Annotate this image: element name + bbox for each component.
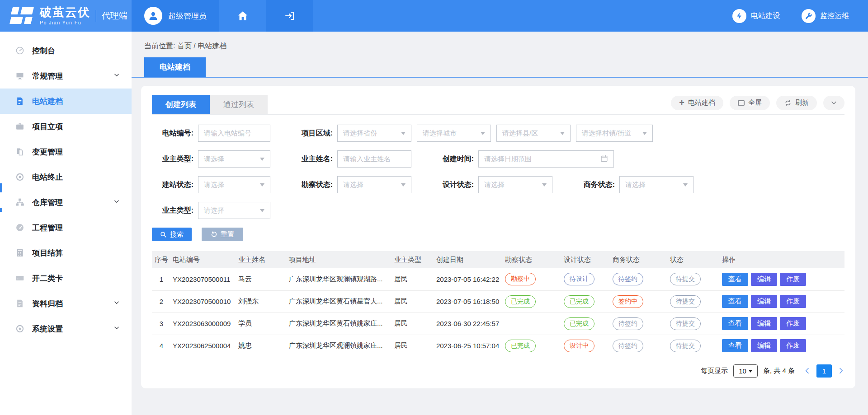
sidebar-item-warehouse-mgmt[interactable]: 仓库管理 (0, 190, 132, 215)
view-button[interactable]: 查看 (722, 339, 748, 352)
region-label: 项目区域: (291, 129, 333, 138)
design-status-select[interactable]: 请选择 (478, 176, 552, 193)
col-station-id: 电站编号 (171, 251, 236, 268)
home-button[interactable] (219, 0, 266, 32)
owner-type-select[interactable]: 请选择 (198, 150, 270, 168)
view-button[interactable]: 查看 (722, 317, 748, 330)
survey-status-select[interactable]: 请选择 (337, 176, 411, 193)
sidebar-item-label: 电站终止 (32, 172, 63, 182)
briefcase-icon (15, 122, 24, 131)
station-no-placeholder: 请输入电站编号 (204, 129, 251, 138)
logout-button[interactable] (266, 0, 313, 32)
total-count-label: 条, 共 4 条 (763, 367, 795, 375)
col-actions: 操作 (720, 251, 844, 268)
edit-button[interactable]: 编辑 (751, 273, 777, 286)
add-station-button[interactable]: + 电站建档 (671, 96, 723, 110)
design-status-label: 设计状态: (432, 180, 474, 190)
next-page-button[interactable] (837, 367, 844, 374)
view-button[interactable]: 查看 (722, 295, 748, 308)
breadcrumb-path[interactable]: 首页 / 电站建档 (177, 42, 226, 50)
station-id: YX2023062500004 (171, 335, 236, 357)
edit-button[interactable]: 编辑 (751, 295, 777, 308)
col-status: 状态 (668, 251, 720, 268)
sidebar-item-label: 仓库管理 (32, 197, 63, 208)
sidebar-item-console[interactable]: 控制台 (0, 38, 132, 63)
user-menu[interactable]: 超级管理员 (132, 0, 219, 32)
sidebar-item-label: 开二类卡 (32, 273, 63, 284)
void-button[interactable]: 作废 (780, 273, 806, 286)
design-status-badge: 设计中 (564, 340, 594, 352)
sidebar-item-project-init[interactable]: 项目立项 (0, 114, 132, 139)
county-select[interactable]: 请选择县/区 (496, 125, 571, 142)
caret-down-icon (481, 132, 485, 137)
prev-page-button[interactable] (804, 367, 811, 374)
chevron-down-icon (113, 325, 120, 333)
sidebar-item-station-filing[interactable]: 电站建档 (0, 89, 132, 114)
sidebar-item-type2-card[interactable]: 开二类卡 (0, 266, 132, 291)
sidebar-item-label: 常规管理 (32, 71, 63, 81)
tab-passed-list[interactable]: 通过列表 (210, 95, 268, 114)
void-button[interactable]: 作废 (780, 339, 806, 352)
city-select[interactable]: 请选择城市 (417, 125, 491, 142)
province-select[interactable]: 请选择省份 (337, 125, 411, 142)
village-select[interactable]: 请选择村镇/街道 (576, 125, 653, 142)
page-number-button[interactable]: 1 (816, 364, 832, 378)
search-button[interactable]: 搜索 (152, 228, 192, 241)
owner-type2-select[interactable]: 请选择 (198, 202, 270, 219)
sidebar-item-project-settlement[interactable]: 项目结算 (0, 240, 132, 266)
edit-button[interactable]: 编辑 (751, 317, 777, 330)
status-badge: 待提交 (670, 340, 701, 352)
caret-down-icon (542, 183, 547, 189)
build-status-select[interactable]: 请选择 (198, 176, 270, 193)
page-tabbar: 电站建档 (132, 57, 868, 78)
owner-name: 刘强东 (236, 290, 287, 312)
calculator-icon (15, 248, 24, 257)
caret-down-icon (642, 132, 647, 137)
view-button[interactable]: 查看 (722, 273, 748, 286)
nav-station-build[interactable]: 电站建设 (732, 9, 780, 23)
fullscreen-button[interactable]: 全屏 (730, 96, 770, 110)
sidebar-scrollbar[interactable] (0, 183, 2, 192)
sidebar-item-general-mgmt[interactable]: 常规管理 (0, 63, 132, 89)
breadcrumb-prefix: 当前位置: (144, 42, 177, 50)
home-icon (237, 10, 249, 22)
void-button[interactable]: 作废 (780, 295, 806, 308)
station-no-input[interactable]: 请输入电站编号 (198, 125, 270, 142)
user-name: 超级管理员 (168, 11, 207, 21)
sidebar-item-archive[interactable]: 资料归档 (0, 291, 132, 316)
collapse-panel-button[interactable] (823, 96, 844, 110)
table-header-row: 序号 电站编号 业主姓名 项目地址 业主类型 创建日期 勘察状态 设计状态 商务… (152, 251, 844, 268)
design-status-badge: 已完成 (564, 295, 594, 308)
app-logo: 破茧云伏 Po Jian Yun Fu 代理端 (0, 0, 132, 32)
station-no-label: 电站编号: (152, 129, 193, 138)
caret-down-icon (749, 370, 752, 374)
sidebar-item-label: 系统设置 (32, 324, 63, 334)
sidebar-scrollbar[interactable] (0, 208, 2, 212)
station-id: YX2023063000009 (171, 312, 236, 335)
reset-button[interactable]: 重置 (202, 228, 243, 241)
owner-type: 居民 (392, 290, 434, 312)
logo-icon (11, 6, 34, 26)
void-button[interactable]: 作废 (780, 317, 806, 330)
page-tab-station-filing[interactable]: 电站建档 (144, 57, 206, 77)
owner-name-input[interactable]: 请输入业主姓名 (337, 150, 411, 168)
province-placeholder: 请选择省份 (343, 129, 377, 138)
breadcrumb: 当前位置: 首页 / 电站建档 (132, 32, 868, 51)
nav-monitor-ops[interactable]: 监控运维 (802, 9, 849, 23)
project-address: 广东深圳龙华区黄石镇姚家庄... (287, 312, 392, 335)
sidebar-item-change-mgmt[interactable]: 变更管理 (0, 139, 132, 164)
created-date: 2023-07-05 16:42:22 (434, 268, 503, 290)
owner-name-label: 业主姓名: (291, 154, 333, 164)
sidebar-item-label: 工程管理 (32, 223, 63, 233)
edit-button[interactable]: 编辑 (751, 339, 777, 352)
business-status-select[interactable]: 请选择 (619, 176, 693, 193)
sidebar-item-engineering-mgmt[interactable]: 工程管理 (0, 215, 132, 240)
document-icon (15, 97, 24, 106)
tab-create-list[interactable]: 创建列表 (152, 95, 210, 114)
create-time-range-input[interactable]: 请选择日期范围 (478, 150, 614, 168)
sidebar-item-system-settings[interactable]: 系统设置 (0, 316, 132, 341)
caret-down-icon (260, 158, 264, 163)
sidebar-item-station-terminate[interactable]: 电站终止 (0, 164, 132, 190)
per-page-select[interactable]: 10 (733, 364, 758, 378)
refresh-button[interactable]: 刷新 (776, 96, 817, 110)
